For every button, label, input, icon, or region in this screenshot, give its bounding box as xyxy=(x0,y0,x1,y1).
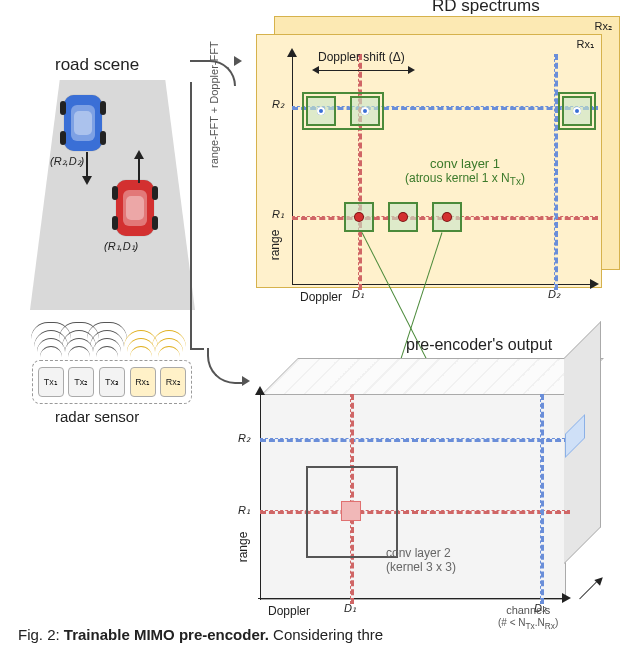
channels-axis-arrow xyxy=(579,582,597,600)
conv2-kernel-outline xyxy=(306,466,398,558)
conv1-kernel-blue-row xyxy=(302,92,384,130)
rd-range-axis-arrow xyxy=(287,48,297,57)
conv1-label-line2: (atrous kernel 1 x NTx) xyxy=(370,171,560,187)
car-blue-label: (R₂,D₂) xyxy=(50,155,84,168)
figure-caption-prefix: Fig. 2: xyxy=(18,626,60,643)
car-red-label: (R₁,D₁) xyxy=(104,240,138,253)
conv1-blue-cell xyxy=(350,96,380,126)
conv1-kernel-blue-wrap xyxy=(558,92,596,130)
conv1-red-cell xyxy=(344,202,374,232)
radar-sensor-box: Tx₁ Tx₂ Tx₃ Rx₁ Rx₂ xyxy=(32,360,192,404)
conv2-label: conv layer 2 (kernel 3 x 3) xyxy=(386,546,516,574)
peo-doppler-axis-arrow xyxy=(562,593,571,603)
peo-r1-tick: R₁ xyxy=(238,504,250,517)
antenna-rx1: Rx₁ xyxy=(130,367,156,397)
peo-range-axis-label: range xyxy=(236,532,250,563)
channels-label: channels (# < NTx.NRx) xyxy=(498,604,558,631)
peo-r2-tick: R₂ xyxy=(238,432,250,445)
doppler-shift-label: Doppler shift (Δ) xyxy=(318,50,405,64)
figure-root: road scene (R₂,D₂) (R₁,D₁) Tx₁ Tx₂ Tx₃ R… xyxy=(0,0,640,649)
preencoder-cube-top xyxy=(260,358,604,396)
car-red-direction-arrow xyxy=(134,150,144,183)
peo-range-axis xyxy=(260,394,261,600)
conv1-label: conv layer 1 (atrous kernel 1 x NTx) xyxy=(370,156,560,187)
rx2-label: Rx₂ xyxy=(595,20,612,33)
rd-range-axis-label: range xyxy=(268,230,282,261)
rd-d1-tick: D₁ xyxy=(352,288,364,301)
figure-caption-tail: Considering thre xyxy=(273,626,383,643)
channels-l1: channels xyxy=(506,604,550,616)
rd-range-axis xyxy=(292,56,293,284)
pipeline-arrow-stem xyxy=(190,82,192,348)
peo-doppler-axis-label: Doppler xyxy=(268,604,310,618)
pipeline-arrow-head-top xyxy=(234,56,242,66)
conv1-kernel-red-row xyxy=(344,202,462,232)
peo-doppler-axis xyxy=(258,598,564,599)
antenna-tx1: Tx₁ xyxy=(38,367,64,397)
doppler-shift-arrow-left xyxy=(312,66,319,74)
peo-range-axis-arrow xyxy=(255,386,265,395)
peo-d1-tick: D₁ xyxy=(344,602,356,615)
doppler-shift-arrow xyxy=(318,70,408,71)
conv1-label-line1: conv layer 1 xyxy=(370,156,560,171)
conv1-blue-cell xyxy=(562,96,592,126)
antenna-rx2: Rx₂ xyxy=(160,367,186,397)
pipeline-arrow-branch xyxy=(190,348,204,350)
conv1-red-cell xyxy=(432,202,462,232)
preencoder-title: pre-encoder's output xyxy=(406,336,552,354)
rd-doppler-axis-label: Doppler xyxy=(300,290,342,304)
road-scene-title: road scene xyxy=(55,55,139,75)
car-blue xyxy=(64,95,102,151)
car-red xyxy=(116,180,154,236)
antenna-tx2: Tx₂ xyxy=(68,367,94,397)
pipeline-arrow-head-bottom xyxy=(242,376,250,386)
peo-d2-gridline xyxy=(540,394,544,604)
rd-spectrums-title: RD spectrums xyxy=(432,0,540,16)
conv2-label-l1: conv layer 2 xyxy=(386,546,516,560)
rx1-label: Rx₁ xyxy=(577,38,594,51)
conv2-label-l2: (kernel 3 x 3) xyxy=(386,560,516,574)
conv1-blue-cell xyxy=(306,96,336,126)
channels-axis-arrow-head xyxy=(594,574,605,585)
rd-d1-gridline xyxy=(358,54,362,290)
antenna-tx3: Tx₃ xyxy=(99,367,125,397)
pipeline-arrow-curve-bottom xyxy=(207,348,245,384)
rd-r1-tick: R₁ xyxy=(272,208,284,221)
fft-label: range-FFT + Doppler-FFT xyxy=(208,8,220,168)
rd-d2-tick: D₂ xyxy=(548,288,560,301)
rd-doppler-axis xyxy=(292,284,592,285)
radar-sensor-label: radar sensor xyxy=(55,408,139,425)
conv1-red-cell xyxy=(388,202,418,232)
figure-caption: Fig. 2: Trainable MIMO pre-encoder. Cons… xyxy=(18,626,383,643)
figure-caption-bold: Trainable MIMO pre-encoder. xyxy=(64,626,269,643)
peo-r2-gridline xyxy=(260,438,570,442)
doppler-shift-arrow-right xyxy=(408,66,415,74)
rd-r2-tick: R₂ xyxy=(272,98,284,111)
rd-doppler-axis-arrow xyxy=(590,279,599,289)
